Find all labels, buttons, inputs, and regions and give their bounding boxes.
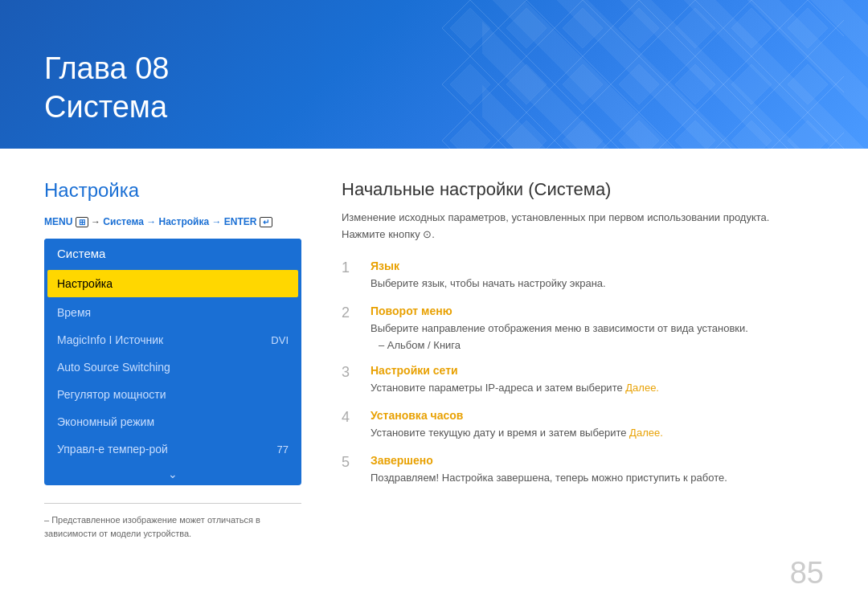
- menu-item-value: 77: [277, 443, 289, 456]
- content-intro: Изменение исходных параметров, установле…: [342, 210, 824, 243]
- footnote: Представленное изображение может отличат…: [44, 503, 301, 540]
- step-number: 4: [342, 409, 359, 427]
- step-item: 5ЗавершеноПоздравляем! Настройка заверше…: [342, 454, 824, 486]
- menu-path-label: MENU: [44, 216, 72, 227]
- step-item: 4Установка часовУстановите текущую дату …: [342, 409, 824, 441]
- step-desc: Установите текущую дату и время и затем …: [371, 425, 824, 441]
- page-title: Глава 08 Система: [44, 50, 169, 126]
- step-desc: Установите параметры IP-адреса и затем в…: [371, 380, 824, 396]
- left-panel: Настройка MENU ⊞ → Система → Настройка →…: [44, 179, 301, 540]
- menu-items-container: НастройкаВремяMagicInfo I ИсточникDVIAut…: [44, 270, 301, 463]
- menu-item[interactable]: Управл-е темпер-рой77: [44, 435, 301, 463]
- menu-path-text: Система → Настройка → ENTER: [103, 216, 256, 227]
- step-content: Установка часовУстановите текущую дату и…: [371, 409, 824, 441]
- menu-item[interactable]: Регулятор мощности: [44, 381, 301, 408]
- steps-list: 1ЯзыкВыберите язык, чтобы начать настрой…: [342, 260, 824, 487]
- step-number: 5: [342, 454, 359, 472]
- page-number: 85: [790, 556, 824, 591]
- content-title: Начальные настройки (Система): [342, 179, 824, 200]
- menu-item-value: DVI: [271, 334, 289, 346]
- menu-path: MENU ⊞ → Система → Настройка → ENTER ↵: [44, 216, 301, 227]
- step-content: ЯзыкВыберите язык, чтобы начать настройк…: [371, 260, 824, 292]
- chevron-down-icon[interactable]: ⌄: [44, 463, 301, 485]
- intro-line1: Изменение исходных параметров, установле…: [342, 211, 769, 223]
- step-item: 2Поворот менюВыберите направление отобра…: [342, 304, 824, 351]
- main-content: Настройка MENU ⊞ → Система → Настройка →…: [0, 149, 868, 564]
- menu-item-label: Регулятор мощности: [57, 388, 166, 401]
- step-heading: Язык: [371, 260, 824, 272]
- step-number: 3: [342, 364, 359, 382]
- decorative-pattern: [442, 0, 844, 149]
- step-number: 2: [342, 304, 359, 322]
- step-link: Далее.: [629, 427, 663, 439]
- step-content: ЗавершеноПоздравляем! Настройка завершен…: [371, 454, 824, 486]
- step-link: Далее.: [625, 382, 659, 394]
- menu-item[interactable]: Экономный режим: [44, 408, 301, 435]
- step-heading: Настройки сети: [371, 364, 824, 377]
- menu-item-label: Экономный режим: [57, 415, 154, 428]
- section-title: Настройка: [44, 179, 301, 202]
- menu-item-label: Время: [57, 306, 91, 319]
- step-content: Настройки сетиУстановите параметры IP-ад…: [371, 364, 824, 396]
- header-banner: Глава 08 Система: [0, 0, 868, 149]
- menu-item-label: Auto Source Switching: [57, 361, 170, 374]
- menu-item[interactable]: MagicInfo I ИсточникDVI: [44, 326, 301, 353]
- menu-item[interactable]: Auto Source Switching: [44, 353, 301, 381]
- menu-icon: ⊞: [76, 217, 88, 227]
- system-menu: Система НастройкаВремяMagicInfo I Источн…: [44, 239, 301, 485]
- menu-item-label: MagicInfo I Источник: [57, 333, 163, 346]
- step-sub: Альбом / Книга: [371, 339, 824, 351]
- step-item: 1ЯзыкВыберите язык, чтобы начать настрой…: [342, 260, 824, 292]
- menu-header: Система: [44, 239, 301, 268]
- menu-item-label: Настройка: [57, 277, 113, 290]
- step-desc: Выберите язык, чтобы начать настройку эк…: [371, 276, 824, 292]
- step-content: Поворот менюВыберите направление отображ…: [371, 304, 824, 351]
- step-heading: Установка часов: [371, 409, 824, 422]
- step-item: 3Настройки сетиУстановите параметры IP-а…: [342, 364, 824, 396]
- enter-icon: ↵: [260, 217, 272, 227]
- svg-rect-2: [442, 0, 844, 149]
- step-heading: Завершено: [371, 454, 824, 467]
- intro-line2: Нажмите кнопку ⊙.: [342, 228, 435, 240]
- menu-item[interactable]: Время: [44, 299, 301, 326]
- step-desc: Выберите направление отображения меню в …: [371, 321, 824, 337]
- menu-item-label: Управл-е темпер-рой: [57, 443, 168, 456]
- step-desc: Поздравляем! Настройка завершена, теперь…: [371, 470, 824, 486]
- right-panel: Начальные настройки (Система) Изменение …: [342, 179, 824, 540]
- menu-item[interactable]: Настройка: [47, 270, 298, 297]
- step-number: 1: [342, 260, 359, 277]
- step-heading: Поворот меню: [371, 304, 824, 317]
